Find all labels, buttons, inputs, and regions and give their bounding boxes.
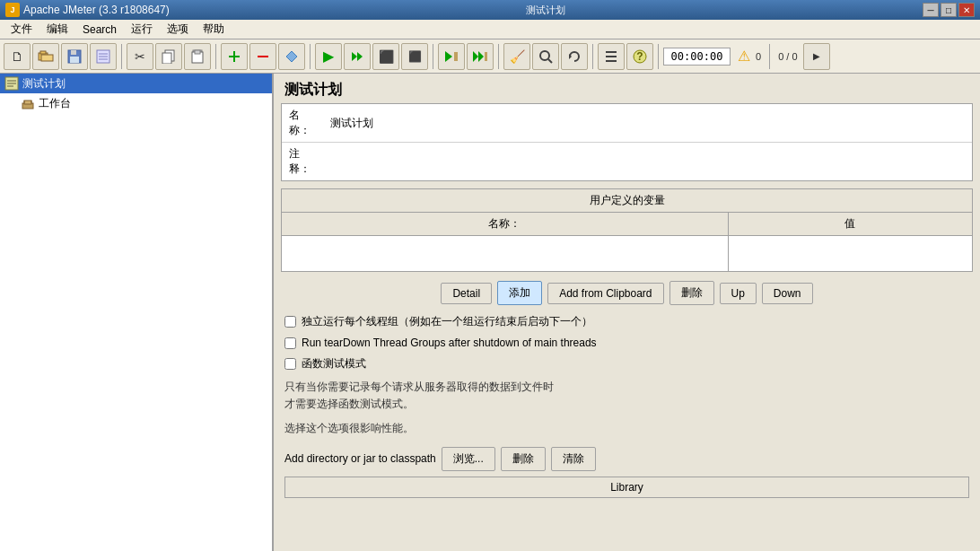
toolbar: 🗋 ✂ ▶ ⬛ ⬛ 🧹 xyxy=(0,39,980,74)
search-btn[interactable] xyxy=(532,43,559,70)
title-bar-controls: ─ □ ✕ xyxy=(923,3,975,17)
comment-input[interactable] xyxy=(327,153,972,170)
sep4 xyxy=(433,44,433,69)
menu-item-编辑[interactable]: 编辑 xyxy=(39,20,75,39)
vars-empty-row xyxy=(282,236,973,272)
svg-rect-1 xyxy=(40,51,46,54)
tree-item-test-plan[interactable]: 测试计划 xyxy=(0,74,272,93)
classpath-table: Library xyxy=(284,477,969,498)
svg-marker-20 xyxy=(445,51,452,62)
functest-label: 函数测试模式 xyxy=(302,356,366,372)
title-bar: J Apache JMeter (3.3 r1808647) 测试计划 ─ □ … xyxy=(0,0,980,20)
sep7 xyxy=(658,44,659,69)
close-btn[interactable]: ✕ xyxy=(958,3,975,17)
svg-marker-23 xyxy=(478,51,484,62)
run-count: 0 / 0 xyxy=(774,49,801,64)
help-btn[interactable]: ? xyxy=(626,43,653,70)
run-all-btn[interactable] xyxy=(344,43,371,70)
svg-rect-4 xyxy=(71,50,76,55)
workbench-icon xyxy=(20,95,36,111)
remote-start-all-btn[interactable] xyxy=(467,43,494,70)
comment-row: 注释： xyxy=(282,143,972,180)
vars-title: 用户定义的变量 xyxy=(281,188,973,212)
minimize-btn[interactable]: ─ xyxy=(923,3,939,17)
sep3 xyxy=(310,44,311,69)
functest-checkbox[interactable] xyxy=(284,358,296,370)
title-bar-text: Apache JMeter (3.3 r1808647) xyxy=(23,4,170,16)
down-btn[interactable]: Down xyxy=(762,283,813,304)
sep1 xyxy=(121,44,122,69)
menu-item-文件[interactable]: 文件 xyxy=(4,20,39,39)
name-comment-form: 名称： 注释： xyxy=(281,103,973,181)
svg-line-26 xyxy=(548,59,552,63)
remote-start-btn[interactable] xyxy=(438,43,465,70)
detail-btn[interactable]: Detail xyxy=(441,283,492,304)
svg-rect-2 xyxy=(41,55,53,61)
svg-rect-30 xyxy=(606,60,617,62)
delete-btn[interactable]: 删除 xyxy=(669,281,714,305)
expand-btn[interactable] xyxy=(221,43,248,70)
stop-btn[interactable]: ⬛ xyxy=(372,43,399,70)
window-title: 测试计划 xyxy=(170,4,923,17)
name-input[interactable] xyxy=(327,115,972,131)
info-text-2: 选择这个选项很影响性能。 xyxy=(274,416,980,441)
checkbox-row-3: 函数测试模式 xyxy=(274,353,980,375)
teardown-label: Run tearDown Thread Groups after shutdow… xyxy=(302,337,597,349)
svg-marker-18 xyxy=(352,52,357,61)
sep6 xyxy=(592,44,593,69)
run-btn[interactable]: ▶ xyxy=(315,43,342,70)
svg-rect-24 xyxy=(485,52,487,61)
test-plan-label: 测试计划 xyxy=(22,76,66,92)
browse-btn[interactable]: 浏览... xyxy=(442,447,495,471)
maximize-btn[interactable]: □ xyxy=(941,3,957,17)
classpath-clear-btn[interactable]: 清除 xyxy=(551,447,596,471)
app-icon: J xyxy=(5,3,20,17)
warning-icon: ⚠ xyxy=(738,48,750,65)
library-header: Library xyxy=(285,477,969,497)
tree-item-workbench[interactable]: 工作台 xyxy=(0,93,272,113)
menu-item-选项[interactable]: 选项 xyxy=(160,20,196,39)
name-row: 名称： xyxy=(282,104,972,143)
add-from-clipboard-btn[interactable]: Add from Clipboard xyxy=(547,283,663,304)
col-value-header: 值 xyxy=(728,213,972,236)
sep5 xyxy=(498,44,499,69)
menu-bar: 文件编辑Search运行选项帮助 xyxy=(0,20,980,39)
list-btn[interactable] xyxy=(598,43,625,70)
menu-item-Search[interactable]: Search xyxy=(75,22,124,38)
paste-btn[interactable] xyxy=(184,43,211,70)
open-btn[interactable] xyxy=(32,43,59,70)
stop-now-btn[interactable]: ⬛ xyxy=(401,43,428,70)
cut-btn[interactable]: ✂ xyxy=(127,43,153,70)
thread-group-checkbox[interactable] xyxy=(284,316,296,328)
svg-marker-19 xyxy=(357,52,363,61)
svg-rect-5 xyxy=(70,57,79,63)
up-btn[interactable]: Up xyxy=(720,283,757,304)
teardown-checkbox[interactable] xyxy=(284,337,296,349)
scroll-right-btn[interactable]: ▶ xyxy=(803,43,830,70)
section-title: 测试计划 xyxy=(274,74,980,103)
collapse-btn[interactable] xyxy=(249,43,276,70)
template-btn[interactable] xyxy=(90,43,117,70)
save-btn[interactable] xyxy=(61,43,88,70)
svg-rect-38 xyxy=(24,101,31,104)
sep2 xyxy=(215,44,216,69)
comment-label: 注释： xyxy=(282,143,327,180)
svg-text:?: ? xyxy=(636,50,643,63)
workbench-label: 工作台 xyxy=(39,96,71,111)
clear-btn[interactable]: 🧹 xyxy=(503,43,530,70)
svg-rect-11 xyxy=(162,53,171,64)
clear2-btn[interactable] xyxy=(561,43,588,70)
svg-rect-14 xyxy=(195,50,200,54)
timer-display: 00:00:00 xyxy=(663,48,731,66)
menu-item-运行[interactable]: 运行 xyxy=(124,20,160,39)
tree-panel: 测试计划 工作台 xyxy=(0,74,274,551)
copy-btn[interactable] xyxy=(155,43,182,70)
add-btn[interactable]: 添加 xyxy=(497,281,542,305)
classpath-delete-btn[interactable]: 删除 xyxy=(501,447,546,471)
menu-item-帮助[interactable]: 帮助 xyxy=(196,20,232,39)
svg-point-25 xyxy=(540,51,549,60)
content-panel: 测试计划 名称： 注释： 用户定义的变量 名称： 值 xyxy=(274,74,980,551)
new-btn[interactable]: 🗋 xyxy=(4,43,31,70)
warning-count: 0 xyxy=(752,49,765,64)
toggle-btn[interactable] xyxy=(278,43,305,70)
